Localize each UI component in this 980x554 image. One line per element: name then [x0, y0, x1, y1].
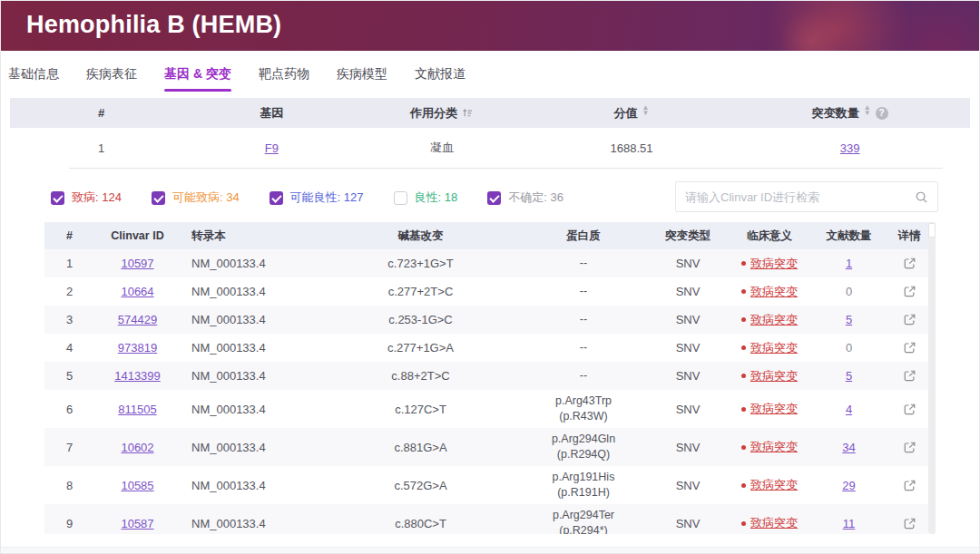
filter-uncertain[interactable]: 不确定: 36: [487, 190, 564, 206]
table-row: 210664NM_000133.4c.277+2T>C--SNV致病突变0: [44, 277, 936, 306]
sort-carets-icon[interactable]: ▲▼: [642, 108, 650, 119]
external-link-icon[interactable]: [903, 517, 916, 530]
significance-link[interactable]: 致病突变: [750, 284, 798, 300]
significance-link[interactable]: 致病突变: [750, 256, 798, 272]
checkbox-likely-pathogenic[interactable]: [152, 191, 165, 205]
tab-gene-mutation[interactable]: 基因 & 突变: [164, 51, 231, 98]
cell-publications: 29: [815, 479, 883, 492]
detail-button[interactable]: [903, 313, 916, 326]
cell-index: 8: [44, 479, 94, 492]
clinvar-id-link[interactable]: 811505: [118, 403, 156, 416]
filter-likely-benign[interactable]: 可能良性: 127: [270, 190, 364, 206]
publications-count: 0: [846, 341, 852, 355]
search-input[interactable]: [685, 190, 915, 204]
publications-link[interactable]: 5: [846, 313, 852, 326]
tab-literature[interactable]: 文献报道: [415, 51, 466, 98]
search-icon[interactable]: [915, 190, 928, 204]
filter-label: 可能致病: 34: [172, 190, 240, 206]
clinvar-id-link[interactable]: 10664: [121, 285, 153, 298]
cell-protein: --: [515, 368, 652, 384]
clinvar-id-link[interactable]: 10602: [121, 441, 153, 454]
publications-link[interactable]: 4: [846, 403, 852, 416]
col-publications: 文献数量: [815, 228, 883, 244]
col-base-change: 碱基改变: [326, 228, 515, 244]
external-link-icon[interactable]: [903, 285, 916, 298]
publications-link[interactable]: 29: [842, 479, 855, 492]
cell-base-change: c.880C>T: [326, 517, 515, 530]
cell-mutation-type: SNV: [652, 403, 724, 416]
publications-link[interactable]: 11: [843, 517, 856, 530]
cell-base-change: c.88+2T>C: [326, 369, 515, 383]
significance-link[interactable]: 致病突变: [750, 368, 798, 384]
clinvar-id-link[interactable]: 973819: [118, 341, 157, 355]
publications-link[interactable]: 5: [846, 369, 852, 383]
tab-disease-traits[interactable]: 疾病表征: [86, 51, 137, 98]
table-scrollbar-track[interactable]: [928, 222, 936, 534]
external-link-icon[interactable]: [903, 403, 916, 416]
clinvar-id-link[interactable]: 10585: [121, 479, 153, 492]
gene-col-mutation-count[interactable]: 突变数量 ▲▼ ?: [730, 105, 970, 121]
gene-table-header: # 基因 作用分类 分值 ▲▼ 突变数量 ▲▼ ?: [10, 98, 970, 128]
external-link-icon[interactable]: [903, 479, 916, 492]
checkbox-uncertain[interactable]: [487, 191, 501, 205]
external-link-icon[interactable]: [903, 441, 916, 454]
table-row: 51413399NM_000133.4c.88+2T>C--SNV致病突变5: [44, 362, 936, 390]
cell-clinvar-id: 10587: [94, 517, 181, 530]
checkbox-likely-benign[interactable]: [270, 191, 283, 205]
sort-filter-icon[interactable]: [462, 107, 474, 119]
question-circle-icon[interactable]: ?: [876, 107, 888, 120]
significance-link[interactable]: 致病突变: [750, 401, 798, 417]
filter-label: 可能良性: 127: [290, 190, 364, 206]
clinvar-id-link[interactable]: 10587: [121, 517, 153, 530]
external-link-icon[interactable]: [903, 341, 916, 355]
significance-link[interactable]: 致病突变: [750, 340, 798, 356]
pathogenic-dot-icon: [741, 445, 746, 450]
cell-clinvar-id: 10602: [94, 441, 181, 454]
cell-publications: 5: [815, 369, 883, 383]
clinvar-id-link[interactable]: 1413399: [114, 369, 161, 383]
tab-disease-models[interactable]: 疾病模型: [337, 51, 387, 98]
external-link-icon[interactable]: [903, 369, 916, 383]
filter-likely-pathogenic[interactable]: 可能致病: 34: [152, 190, 240, 206]
table-scrollbar-thumb[interactable]: [928, 223, 936, 238]
detail-button[interactable]: [903, 341, 916, 355]
external-link-icon[interactable]: [903, 313, 916, 326]
gene-col-category[interactable]: 作用分类: [351, 105, 534, 121]
gene-link[interactable]: F9: [265, 141, 279, 155]
cell-significance: 致病突变: [724, 284, 815, 300]
pathogenic-dot-icon: [741, 521, 746, 526]
detail-button[interactable]: [903, 479, 916, 492]
significance-link[interactable]: 致病突变: [750, 477, 798, 493]
cell-transcript: NM_000133.4: [181, 441, 326, 454]
significance-link[interactable]: 致病突变: [750, 515, 798, 531]
detail-button[interactable]: [903, 517, 916, 530]
clinvar-id-link[interactable]: 574429: [118, 313, 157, 326]
external-link-icon[interactable]: [903, 257, 916, 270]
checkbox-pathogenic[interactable]: [51, 191, 64, 205]
detail-button[interactable]: [903, 369, 916, 383]
cell-mutation-type: SNV: [652, 285, 724, 298]
detail-button[interactable]: [903, 257, 916, 270]
filter-benign[interactable]: 良性: 18: [394, 190, 458, 206]
cell-clinvar-id: 10585: [94, 479, 181, 492]
publications-link[interactable]: 1: [846, 257, 852, 270]
checkbox-benign[interactable]: [394, 191, 407, 205]
filter-pathogenic[interactable]: 致病: 124: [51, 190, 122, 206]
cell-mutation-type: SNV: [652, 479, 724, 492]
detail-button[interactable]: [903, 285, 916, 298]
sort-carets-icon[interactable]: ▲▼: [864, 108, 871, 119]
gene-col-score[interactable]: 分值 ▲▼: [534, 105, 730, 121]
detail-button[interactable]: [903, 441, 916, 454]
tab-basic-info[interactable]: 基础信息: [8, 51, 59, 98]
publications-link[interactable]: 34: [842, 441, 855, 454]
cell-base-change: c.253-1G>C: [326, 313, 515, 326]
clinvar-id-link[interactable]: 10597: [121, 257, 153, 270]
significance-link[interactable]: 致病突变: [750, 439, 798, 455]
detail-button[interactable]: [903, 403, 916, 416]
tab-target-drugs[interactable]: 靶点药物: [259, 51, 309, 98]
publications-count: 0: [846, 285, 852, 298]
cell-index: 9: [44, 517, 94, 530]
significance-link[interactable]: 致病突变: [750, 312, 798, 328]
mutation-count-link[interactable]: 339: [840, 141, 860, 155]
cell-significance: 致病突变: [724, 515, 815, 531]
